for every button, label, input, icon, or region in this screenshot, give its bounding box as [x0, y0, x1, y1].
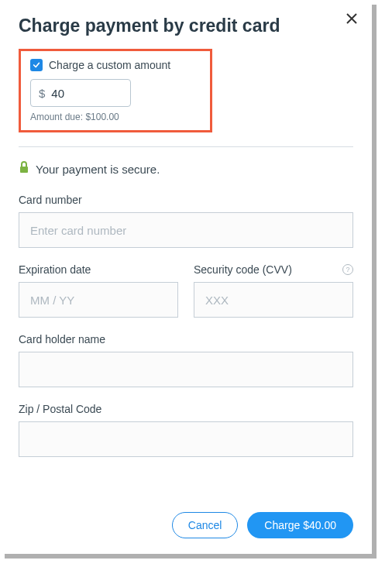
custom-amount-section: Charge a custom amount $ Amount due: $10…	[19, 49, 212, 132]
zip-input[interactable]	[19, 421, 353, 457]
card-holder-group: Card holder name	[19, 333, 353, 387]
amount-due-text: Amount due: $100.00	[30, 112, 201, 122]
currency-symbol: $	[39, 87, 45, 100]
zip-label: Zip / Postal Code	[19, 403, 353, 415]
payment-modal: Charge payment by credit card Charge a c…	[0, 0, 372, 554]
svg-rect-0	[20, 167, 28, 173]
zip-group: Zip / Postal Code	[19, 403, 353, 457]
expiration-label: Expiration date	[19, 263, 178, 276]
help-icon[interactable]: ?	[342, 264, 353, 275]
expiry-cvv-row: Expiration date Security code (CVV) ?	[19, 263, 353, 318]
card-number-input[interactable]	[19, 212, 353, 248]
charge-button[interactable]: Charge $40.00	[247, 512, 353, 538]
close-icon[interactable]	[346, 11, 358, 28]
amount-input-wrap: $	[30, 79, 131, 107]
custom-amount-label: Charge a custom amount	[49, 59, 170, 71]
secure-row: Your payment is secure.	[19, 161, 353, 177]
cvv-label: Security code (CVV)	[194, 263, 292, 276]
custom-amount-checkbox-row: Charge a custom amount	[30, 59, 201, 71]
amount-input[interactable]	[51, 87, 113, 100]
expiration-group: Expiration date	[19, 263, 178, 318]
divider	[19, 146, 353, 147]
card-holder-label: Card holder name	[19, 333, 353, 345]
lock-icon	[19, 161, 29, 177]
cvv-group: Security code (CVV) ?	[194, 263, 353, 318]
secure-text: Your payment is secure.	[36, 163, 160, 176]
expiration-input[interactable]	[19, 282, 178, 318]
card-holder-input[interactable]	[19, 352, 353, 387]
card-number-label: Card number	[19, 194, 353, 206]
modal-footer: Cancel Charge $40.00	[172, 512, 353, 538]
cvv-input[interactable]	[194, 282, 353, 318]
card-number-group: Card number	[19, 194, 353, 248]
cancel-button[interactable]: Cancel	[172, 512, 239, 538]
modal-title: Charge payment by credit card	[19, 15, 353, 36]
custom-amount-checkbox[interactable]	[30, 59, 43, 71]
